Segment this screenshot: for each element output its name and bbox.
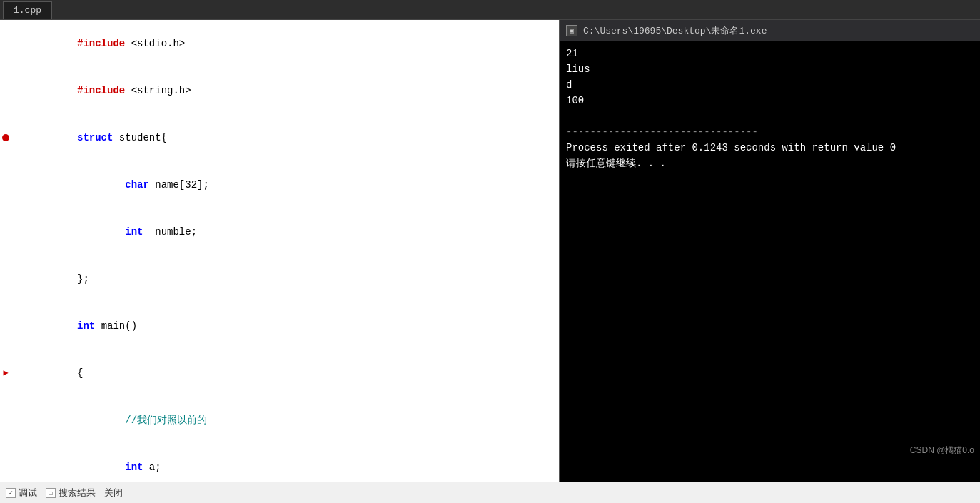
code-line-4: char name[32]; xyxy=(0,161,559,208)
breakpoint-3 xyxy=(2,134,9,141)
code-line-10: int a; xyxy=(0,444,559,482)
token: a; xyxy=(143,462,161,473)
line-indicator-4 xyxy=(0,161,11,208)
code-content-2: #include <string.h> xyxy=(11,67,559,114)
token: student{ xyxy=(113,132,167,143)
token: int xyxy=(77,320,95,332)
code-area: #include <stdio.h> #include <string.h> s… xyxy=(0,20,559,482)
token xyxy=(77,179,125,190)
checkbox-search: ☐ xyxy=(46,488,56,498)
terminal-panel: ▣ C:\Users\19695\Desktop\未命名1.exe 21 liu… xyxy=(559,20,980,482)
terminal-prompt: 请按任意键继续. . . xyxy=(566,156,974,171)
token: struct xyxy=(77,132,113,143)
code-content-4: char name[32]; xyxy=(11,161,559,208)
token xyxy=(77,462,125,473)
token: //我们对照以前的 xyxy=(77,415,207,426)
token: #include xyxy=(77,38,125,49)
code-line-3: struct student{ xyxy=(0,114,559,161)
bottom-label-debug: 调试 xyxy=(19,487,37,499)
line-indicator-9 xyxy=(0,397,11,444)
code-content-8: { xyxy=(11,350,559,397)
line-indicator-3 xyxy=(0,114,11,161)
bottom-item-debug[interactable]: ✓ 调试 xyxy=(6,487,37,499)
line-indicator-10 xyxy=(0,444,11,482)
terminal-title-bar: ▣ C:\Users\19695\Desktop\未命名1.exe xyxy=(560,20,980,41)
token: numble; xyxy=(143,226,197,238)
terminal-line-3: d xyxy=(566,77,974,93)
terminal-title: C:\Users\19695\Desktop\未命名1.exe xyxy=(583,24,767,37)
terminal-exit-message: Process exited after 0.1243 seconds with… xyxy=(566,140,974,156)
bottom-item-close[interactable]: 关闭 xyxy=(104,487,123,499)
code-content-6: }; xyxy=(11,255,559,303)
line-indicator-7 xyxy=(0,303,11,350)
editor-panel[interactable]: #include <stdio.h> #include <string.h> s… xyxy=(0,20,559,482)
code-content-1: #include <stdio.h> xyxy=(11,20,559,67)
terminal-empty-1 xyxy=(566,108,974,124)
token: int xyxy=(125,226,143,238)
token: <stdio.h> xyxy=(125,38,185,49)
line-indicator-5 xyxy=(0,208,11,255)
code-line-9: //我们对照以前的 xyxy=(0,397,559,444)
token: }; xyxy=(77,273,89,285)
token: char xyxy=(125,179,149,190)
bottom-label-close: 关闭 xyxy=(104,487,123,499)
code-line-6: }; xyxy=(0,255,559,303)
tab-file[interactable]: 1.cpp xyxy=(3,1,52,19)
terminal-line-1: 21 xyxy=(566,46,974,61)
code-content-10: int a; xyxy=(11,444,559,482)
terminal-icon: ▣ xyxy=(566,25,577,36)
token: name[32]; xyxy=(149,179,209,190)
code-content-9: //我们对照以前的 xyxy=(11,397,559,444)
checkbox-debug: ✓ xyxy=(6,488,16,498)
bottom-label-search: 搜索结果 xyxy=(59,487,96,499)
line-indicator-1 xyxy=(0,20,11,67)
terminal-watermark: CSDN @橘猫0.o xyxy=(910,444,974,457)
terminal-separator: -------------------------------- xyxy=(566,124,974,140)
bottom-bar: ✓ 调试 ☐ 搜索结果 关闭 xyxy=(0,482,980,503)
code-line-7: int main() xyxy=(0,303,559,350)
tab-label: 1.cpp xyxy=(14,5,41,16)
line-indicator-2 xyxy=(0,67,11,114)
terminal-line-4: 100 xyxy=(566,93,974,108)
line-indicator-6 xyxy=(0,255,11,303)
arrow-icon-8: ▶ xyxy=(3,365,8,381)
token: #include xyxy=(77,85,125,96)
terminal-line-2: lius xyxy=(566,61,974,77)
tab-bar: 1.cpp xyxy=(0,0,980,20)
code-content-3: struct student{ xyxy=(11,114,559,161)
token: <string.h> xyxy=(125,85,191,96)
code-line-5: int numble; xyxy=(0,208,559,255)
main-content: #include <stdio.h> #include <string.h> s… xyxy=(0,20,980,482)
code-content-7: int main() xyxy=(11,303,559,350)
bottom-item-search[interactable]: ☐ 搜索结果 xyxy=(46,487,96,499)
token: { xyxy=(77,367,83,379)
code-line-8: ▶ { xyxy=(0,350,559,397)
line-indicator-8: ▶ xyxy=(0,350,11,397)
code-content-5: int numble; xyxy=(11,208,559,255)
code-line-2: #include <string.h> xyxy=(0,67,559,114)
terminal-container: 21 lius d 100 --------------------------… xyxy=(560,41,980,482)
token xyxy=(77,226,125,238)
code-line-1: #include <stdio.h> xyxy=(0,20,559,67)
token: int xyxy=(125,462,143,473)
token: main() xyxy=(95,320,137,332)
terminal-body[interactable]: 21 lius d 100 --------------------------… xyxy=(560,41,980,482)
